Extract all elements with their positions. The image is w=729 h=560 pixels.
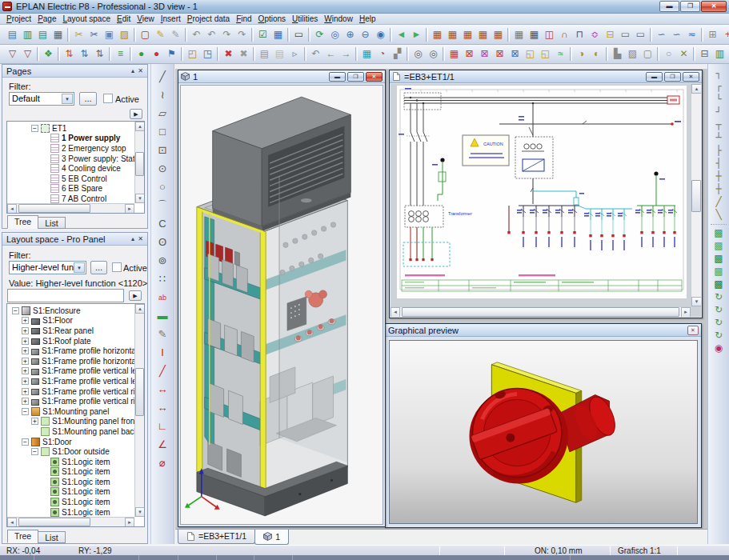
layout-expand-button[interactable]: ▶ [129,290,142,301]
device-a-icon[interactable]: ◎ [411,46,426,62]
cube-c-icon[interactable]: ▩ [711,253,727,266]
expander-icon[interactable]: + [22,367,29,374]
draw-ellipse-icon[interactable]: ○ [155,178,170,197]
win-b-icon[interactable]: ▭ [633,27,648,42]
box-x-c-icon[interactable]: ⊠ [492,46,507,62]
draw-line-icon[interactable]: ╱ [155,68,170,86]
pages-panel-header[interactable]: Pages ▴ ✕ [2,65,147,78]
page-next-icon[interactable]: ◳ [200,46,215,62]
leaf-d-icon[interactable]: ↻ [711,330,727,342]
leaf-b-icon[interactable]: ↻ [711,304,727,317]
pages-b-icon[interactable]: ▤ [272,46,287,62]
schematic-minimize-button[interactable]: ▬ [646,72,663,82]
close-red-icon[interactable]: ✖ [221,46,236,62]
pages-tree-item[interactable]: −3 Power supply: Statio [7,154,134,164]
select-region-icon[interactable]: ▢ [138,27,153,42]
object-snap-icon[interactable]: ⊓ [572,27,587,42]
route-t-right-icon[interactable]: ├ [711,145,727,158]
nav-left-icon[interactable]: ← [323,46,338,62]
layout-scroll-up-icon[interactable]: ▲ [135,304,145,314]
open-project-icon[interactable]: ▥ [20,27,35,42]
box-x-a-icon[interactable]: ⊠ [462,46,477,62]
dim-chain-icon[interactable]: ↔ [155,399,170,418]
draw-circle-center-icon[interactable]: ⊙ [155,160,170,178]
minimize-button[interactable]: ▬ [659,1,679,12]
menu-utilities[interactable]: Utilities [289,14,321,24]
layout-panel-header[interactable]: Layout space - Pro Panel ▴ ✕ [2,233,147,246]
expander-icon[interactable]: − [12,307,19,314]
layout-filter-combo[interactable]: Higher-level func ▼ [9,261,86,274]
delete-icon[interactable]: ✂ [71,27,86,42]
pages-tree-item[interactable]: −ET1 [7,123,134,134]
restore-button[interactable]: ❐ [680,1,700,12]
pages-tab-list[interactable]: List [38,217,65,229]
bars-icon[interactable]: ▥ [712,46,727,62]
view3d-window-titlebar[interactable]: 1 ▬ ❐ ✕ [178,70,385,83]
zoom-out-icon[interactable]: ⊖ [358,27,373,42]
layout-tree-item[interactable]: +S1:Frame profile vertical left fr [7,366,134,377]
expander-icon[interactable]: + [22,347,29,354]
open-page-icon[interactable]: ▤ [35,27,50,42]
undo-gray-icon[interactable]: ↶ [308,46,323,62]
draw-arc-3pt-icon[interactable]: C [155,215,170,234]
route-diag-b-icon[interactable]: ╲ [711,209,727,222]
cube-a-icon[interactable]: ▩ [711,227,727,240]
undo-icon[interactable]: ↶ [204,27,219,42]
page-prev-icon[interactable]: ◰ [185,46,200,62]
mdi-tab-2[interactable]: 1 [254,530,289,545]
close-gray-icon[interactable]: ✖ [236,46,251,62]
layout-scroll-right-icon[interactable]: ► [125,518,134,527]
pages-tree-item[interactable]: −7 AB Control [7,194,134,203]
route-t-down-icon[interactable]: ┬ [711,119,727,132]
preview-part[interactable] [390,341,697,523]
clock-icon[interactable]: ◔ [375,46,390,62]
layout-close-icon[interactable]: ✕ [138,235,143,242]
pages-tree-item[interactable]: −2 Emergency stop [7,143,134,154]
schematic-scroll-left-icon[interactable]: ◄ [391,307,400,317]
pages-filter-dropdown-icon[interactable]: ▼ [62,94,73,104]
schematic-scroll-right-icon[interactable]: ► [681,307,691,317]
block-box-icon[interactable]: ▢ [640,46,655,62]
wire-icon[interactable]: ≈ [553,46,568,62]
schematic-hscroll-thumb[interactable] [402,307,679,317]
grid-plus-icon[interactable]: ⊞ [705,27,720,42]
expander-icon[interactable]: − [22,408,29,415]
layout-tree-item[interactable]: −S1:Door [7,437,134,447]
route-t-up-icon[interactable]: ┴ [711,132,727,145]
layout-scroll-left-icon[interactable]: ◄ [7,518,17,527]
route-corner-c-icon[interactable]: └ [711,94,727,106]
zoom-in-icon[interactable]: ⊕ [342,27,358,42]
conn-c-icon[interactable]: ≂ [684,27,699,42]
schematic-vscroll-thumb[interactable] [691,180,701,212]
layout-tree-item[interactable]: −S1:Logic item [7,487,134,498]
layout-tree-item[interactable]: −S1:Logic item [7,507,134,517]
layout-vscroll-thumb[interactable] [135,368,144,416]
expander-icon[interactable]: + [22,338,29,345]
expander-icon[interactable]: + [22,388,29,395]
snap-icon[interactable]: ◫ [542,27,557,42]
preview-window[interactable]: Graphical preview ✕ [385,323,702,528]
pages-scroll-down-icon[interactable]: ▼ [135,194,145,203]
layout-tree-item[interactable]: −S1:Logic item [7,477,134,487]
cube-b-icon[interactable]: ▩ [711,240,727,253]
menu-project[interactable]: Project [3,14,34,24]
menu-page[interactable]: Page [34,14,59,24]
layout-value-input[interactable] [7,289,124,302]
layout-tree-item[interactable]: +S1:Frame profile vertical left b [7,376,134,386]
menu-options[interactable]: Options [255,14,289,24]
grid-b-icon[interactable]: ▦ [445,27,460,42]
layout-tree[interactable]: −S1:Enclosure+S1:Floor+S1:Rear panel+S1:… [6,303,145,527]
status-err-icon[interactable]: ● [149,46,164,62]
layout-tree-item[interactable]: −S1:Door outside [7,446,134,457]
layout-tree-item[interactable]: −S1:Logic item [7,467,134,478]
nav-right-icon[interactable]: → [338,46,354,62]
view-eye-icon[interactable]: ⊚ [155,252,170,270]
schematic-scroll-down-icon[interactable]: ▼ [691,297,701,306]
layout-tab-tree[interactable]: Tree [7,530,38,543]
view3d-minimize-button[interactable]: ▬ [329,72,346,82]
grid-on-icon[interactable]: ▦ [527,27,542,42]
pages-tree[interactable]: −ET1−1 Power supply−2 Emergency stop−3 P… [6,121,145,214]
route-cross-b-icon[interactable]: ┼ [711,183,727,196]
layout-browse-button[interactable]: ... [90,261,107,274]
layout-tree-item[interactable]: +S1:Frame profile vertical right [7,386,134,397]
